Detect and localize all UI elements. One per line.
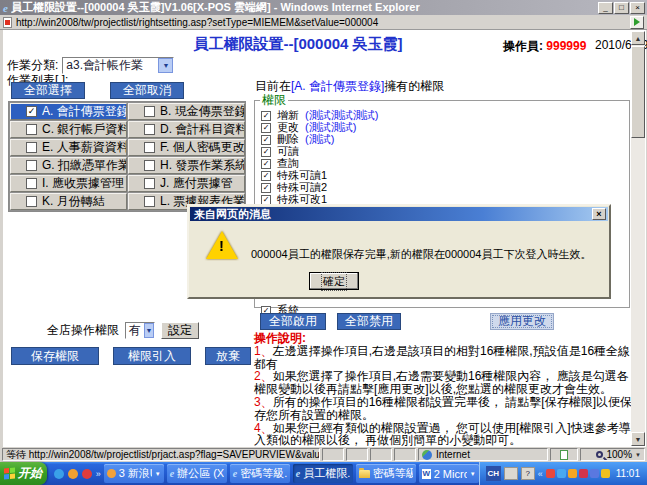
category-select[interactable]: a3.會計帳作業 ▼ (62, 57, 174, 74)
discard-button[interactable]: 放棄 (205, 347, 251, 365)
chevron-down-icon[interactable]: ▼ (470, 471, 476, 477)
permission-list: ✓增新(測試測試測試)✓更改(測試測試)✓刪除(測試)✓可讀✓查詢✓特殊可讀1✓… (255, 109, 629, 217)
status-cell (370, 448, 392, 461)
instruction-line: 2、如果您選擇了操作項目,右邊需要變動16種權限內容， 應該是勾選各權限變動以後… (254, 370, 634, 396)
set-button[interactable]: 設定 (161, 322, 199, 339)
permission-checkbox[interactable]: ✓ (261, 123, 271, 133)
taskbar-window-button[interactable]: W2 Micro...▼ (419, 464, 479, 483)
vertical-scrollbar[interactable]: ▲ ▼ (631, 31, 645, 446)
module-checkbox[interactable] (26, 196, 37, 207)
task-buttons: 3 新浪UC▼e辦公區 (X...e密碼等級...e員工權限...密碼等級...… (104, 464, 479, 483)
chevron-down-icon[interactable]: ▼ (158, 58, 173, 73)
chevron-down-icon[interactable]: ▼ (155, 471, 161, 477)
qq-icon[interactable] (579, 469, 588, 478)
maximize-button[interactable]: □ (614, 2, 629, 14)
close-button[interactable]: × (630, 2, 645, 14)
module-item[interactable]: C. 銀行帳戶資料 (10, 121, 127, 138)
url-input[interactable] (16, 17, 630, 28)
module-label: I. 應收票據管理 (42, 175, 124, 192)
module-item[interactable]: ✓A. 會計傳票登錄 (10, 103, 127, 120)
enable-all-button[interactable]: 全部啟用 (260, 313, 326, 330)
dialog-titlebar: 来自网页的消息 × (190, 207, 608, 221)
module-checkbox[interactable] (26, 160, 37, 171)
module-item[interactable]: G. 扣繳憑單作業 (10, 157, 127, 174)
dialog-close-button[interactable]: × (592, 208, 606, 220)
module-item[interactable]: D. 會計科目資料 (128, 121, 245, 138)
permission-checkbox[interactable]: ✓ (261, 147, 271, 157)
module-checkbox[interactable] (144, 196, 155, 207)
store-permission-select[interactable]: 有 ▼ (125, 322, 155, 339)
module-checkbox[interactable] (144, 178, 155, 189)
chevron-down-icon[interactable]: ▼ (144, 323, 154, 338)
cancel-all-button[interactable]: 全部取消 (110, 82, 184, 99)
taskbar-window-button[interactable]: 3 新浪UC▼ (104, 464, 164, 483)
import-permissions-button[interactable]: 權限引入 (113, 347, 191, 365)
update-icon[interactable] (590, 469, 599, 478)
language-indicator[interactable]: CH (486, 466, 501, 481)
ie-logo-icon: e (3, 2, 8, 14)
security-shield-icon[interactable] (601, 469, 610, 478)
qq-penguin-icon[interactable] (546, 469, 555, 478)
permission-row[interactable]: ✓可讀 (261, 146, 625, 157)
module-item[interactable]: H. 發票作業系統 (128, 157, 245, 174)
module-checkbox[interactable] (144, 142, 155, 153)
chevron-down-icon[interactable]: ▼ (635, 452, 641, 458)
permission-checkbox[interactable]: ✓ (261, 159, 271, 169)
zoom-control[interactable]: 100% ▼ (580, 448, 645, 461)
module-checkbox[interactable] (26, 124, 37, 135)
chevron-left-icon[interactable]: « (538, 469, 543, 479)
permission-checkbox[interactable]: ✓ (261, 183, 271, 193)
scrollbar-thumb[interactable] (631, 46, 645, 138)
module-checkbox[interactable]: ✓ (26, 106, 37, 117)
start-label: 开始 (18, 465, 42, 482)
module-item[interactable]: I. 應收票據管理 (10, 175, 127, 192)
instruction-text: 所有的操作項目的16種權限都設置完畢後， 請點擊[保存權限]以便保存您所有設置的… (254, 395, 632, 422)
module-item[interactable]: E. 人事薪資資料 (10, 139, 127, 156)
go-button[interactable] (630, 16, 644, 29)
select-all-button[interactable]: 全部選擇 (11, 82, 85, 99)
quick-launch-bar (47, 469, 96, 479)
mail-icon[interactable] (68, 469, 78, 479)
printer-icon[interactable] (504, 467, 518, 480)
module-checkbox[interactable] (26, 142, 37, 153)
qq-icon[interactable] (82, 469, 92, 479)
start-button[interactable]: 开始 (0, 462, 47, 485)
module-item[interactable]: K. 月份轉結 (10, 193, 127, 210)
module-label: J. 應付票據管 (160, 175, 233, 192)
save-permissions-button[interactable]: 保存權限 (11, 347, 99, 365)
taskbar-window-button[interactable]: e辦公區 (X... (167, 464, 227, 483)
module-checkbox[interactable] (144, 160, 155, 171)
permission-checkbox[interactable]: ✓ (261, 135, 271, 145)
help-icon[interactable]: ? (521, 467, 535, 480)
taskbar-window-button[interactable]: e密碼等級... (230, 464, 290, 483)
download-icon[interactable] (568, 469, 577, 478)
current-suffix: 擁有的權限 (384, 79, 444, 93)
permission-checkbox[interactable]: ✓ (261, 195, 271, 205)
status-cell (346, 448, 368, 461)
module-item[interactable]: F. 個人密碼更改 (128, 139, 245, 156)
module-checkbox[interactable] (144, 106, 155, 117)
window-titlebar: e 員工權限設置--[000004 吳玉霞]V1.06[X-POS 雲端網] -… (0, 0, 647, 15)
module-checkbox[interactable] (144, 124, 155, 135)
permission-checkbox[interactable]: ✓ (261, 111, 271, 121)
uc-messenger-icon[interactable] (557, 469, 566, 478)
chevron-right-icon[interactable]: » (96, 469, 101, 479)
module-item[interactable]: J. 應付票據管 (128, 175, 245, 192)
apply-changes-button[interactable]: 應用更改 (490, 313, 554, 330)
module-checkbox[interactable] (26, 178, 37, 189)
minimize-button[interactable]: _ (598, 2, 613, 14)
permission-row[interactable]: ✓刪除(測試) (261, 134, 625, 145)
word-icon: W (422, 469, 431, 479)
scroll-down-icon[interactable]: ▼ (631, 432, 645, 446)
module-item[interactable]: B. 現金傳票登錄 (128, 103, 245, 120)
taskbar-button-label: 辦公區 (X... (177, 466, 224, 481)
scroll-up-icon[interactable]: ▲ (631, 31, 645, 45)
ie-icon: e (170, 468, 174, 479)
protected-mode-panel (550, 448, 578, 461)
dialog-ok-button[interactable]: 確定 (309, 272, 359, 290)
messenger-icon[interactable] (54, 469, 64, 479)
taskbar-window-button[interactable]: e員工權限... (293, 464, 353, 483)
disable-all-button[interactable]: 全部禁用 (337, 313, 401, 330)
permission-checkbox[interactable]: ✓ (261, 171, 271, 181)
taskbar-window-button[interactable]: 密碼等級... (356, 464, 416, 483)
